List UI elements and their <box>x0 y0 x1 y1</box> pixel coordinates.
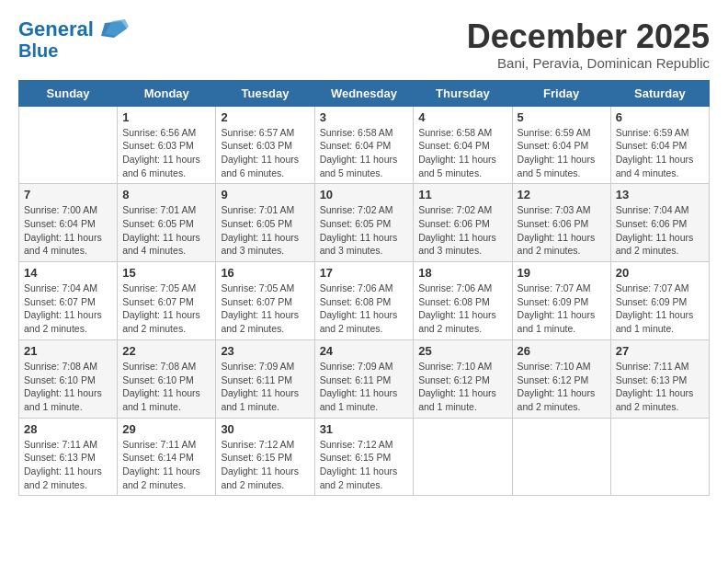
title-block: December 2025 Bani, Peravia, Dominican R… <box>467 18 710 71</box>
day-header-saturday: Saturday <box>610 80 709 106</box>
day-number: 9 <box>221 188 309 201</box>
day-info: Sunrise: 6:58 AMSunset: 6:04 PMDaylight:… <box>418 126 506 180</box>
calendar-cell: 10Sunrise: 7:02 AMSunset: 6:05 PMDayligh… <box>314 184 414 262</box>
calendar-header-row: SundayMondayTuesdayWednesdayThursdayFrid… <box>19 80 710 106</box>
day-info: Sunrise: 7:01 AMSunset: 6:05 PMDaylight:… <box>221 203 309 258</box>
logo-icon <box>96 19 129 40</box>
day-info: Sunrise: 7:03 AMSunset: 6:06 PMDaylight:… <box>518 203 606 258</box>
calendar-cell: 8Sunrise: 7:01 AMSunset: 6:05 PMDaylight… <box>118 184 216 262</box>
day-header-friday: Friday <box>512 80 610 106</box>
day-number: 21 <box>24 344 112 358</box>
day-number: 13 <box>616 188 704 201</box>
calendar-week-3: 14Sunrise: 7:04 AMSunset: 6:07 PMDayligh… <box>19 262 710 340</box>
calendar-cell: 4Sunrise: 6:58 AMSunset: 6:04 PMDaylight… <box>414 106 512 184</box>
day-number: 4 <box>418 110 506 124</box>
calendar-cell: 5Sunrise: 6:59 AMSunset: 6:04 PMDaylight… <box>512 106 610 184</box>
day-info: Sunrise: 7:12 AMSunset: 6:15 PMDaylight:… <box>221 438 309 492</box>
calendar-cell: 14Sunrise: 7:04 AMSunset: 6:07 PMDayligh… <box>19 262 118 340</box>
day-number: 31 <box>320 422 409 436</box>
calendar-cell: 2Sunrise: 6:57 AMSunset: 6:03 PMDaylight… <box>216 106 314 184</box>
day-header-monday: Monday <box>118 80 216 106</box>
day-number: 6 <box>616 110 704 124</box>
calendar-cell <box>610 418 709 496</box>
day-number: 11 <box>418 188 506 201</box>
day-header-sunday: Sunday <box>19 80 118 106</box>
day-number: 2 <box>221 110 309 124</box>
day-info: Sunrise: 7:04 AMSunset: 6:06 PMDaylight:… <box>616 203 704 258</box>
day-info: Sunrise: 6:59 AMSunset: 6:04 PMDaylight:… <box>616 126 704 180</box>
calendar-cell: 26Sunrise: 7:10 AMSunset: 6:12 PMDayligh… <box>512 339 610 418</box>
calendar-cell: 20Sunrise: 7:07 AMSunset: 6:09 PMDayligh… <box>610 262 709 340</box>
calendar-cell: 3Sunrise: 6:58 AMSunset: 6:04 PMDaylight… <box>314 106 414 184</box>
day-info: Sunrise: 7:02 AMSunset: 6:06 PMDaylight:… <box>418 203 506 258</box>
day-info: Sunrise: 7:09 AMSunset: 6:11 PMDaylight:… <box>221 360 309 414</box>
day-header-wednesday: Wednesday <box>314 80 414 106</box>
day-info: Sunrise: 7:01 AMSunset: 6:05 PMDaylight:… <box>122 203 210 258</box>
day-number: 10 <box>320 188 409 201</box>
calendar-cell: 11Sunrise: 7:02 AMSunset: 6:06 PMDayligh… <box>414 184 512 262</box>
calendar-cell: 9Sunrise: 7:01 AMSunset: 6:05 PMDaylight… <box>216 184 314 262</box>
logo-blue: Blue <box>18 40 58 61</box>
calendar-cell: 27Sunrise: 7:11 AMSunset: 6:13 PMDayligh… <box>610 339 709 418</box>
day-number: 30 <box>221 422 309 436</box>
calendar-week-5: 28Sunrise: 7:11 AMSunset: 6:13 PMDayligh… <box>19 418 710 496</box>
day-info: Sunrise: 7:05 AMSunset: 6:07 PMDaylight:… <box>122 282 210 336</box>
calendar-cell: 17Sunrise: 7:06 AMSunset: 6:08 PMDayligh… <box>314 262 414 340</box>
day-number: 23 <box>221 344 309 358</box>
day-number: 15 <box>122 266 210 280</box>
day-info: Sunrise: 7:06 AMSunset: 6:08 PMDaylight:… <box>418 282 506 336</box>
day-info: Sunrise: 6:57 AMSunset: 6:03 PMDaylight:… <box>221 126 309 180</box>
calendar-cell: 21Sunrise: 7:08 AMSunset: 6:10 PMDayligh… <box>19 339 118 418</box>
calendar-cell: 22Sunrise: 7:08 AMSunset: 6:10 PMDayligh… <box>118 339 216 418</box>
day-number: 17 <box>320 266 409 280</box>
logo-text: General <box>18 18 94 40</box>
calendar-cell: 12Sunrise: 7:03 AMSunset: 6:06 PMDayligh… <box>512 184 610 262</box>
day-number: 27 <box>616 344 704 358</box>
day-info: Sunrise: 7:10 AMSunset: 6:12 PMDaylight:… <box>518 360 606 414</box>
day-number: 3 <box>320 110 409 124</box>
day-info: Sunrise: 7:12 AMSunset: 6:15 PMDaylight:… <box>320 438 409 492</box>
calendar-cell: 28Sunrise: 7:11 AMSunset: 6:13 PMDayligh… <box>19 418 118 496</box>
day-header-thursday: Thursday <box>414 80 512 106</box>
day-number: 24 <box>320 344 409 358</box>
day-info: Sunrise: 7:09 AMSunset: 6:11 PMDaylight:… <box>320 360 409 414</box>
day-number: 19 <box>518 266 606 280</box>
calendar-cell: 23Sunrise: 7:09 AMSunset: 6:11 PMDayligh… <box>216 339 314 418</box>
day-info: Sunrise: 7:07 AMSunset: 6:09 PMDaylight:… <box>518 282 606 336</box>
day-info: Sunrise: 7:06 AMSunset: 6:08 PMDaylight:… <box>320 282 409 336</box>
calendar-cell: 7Sunrise: 7:00 AMSunset: 6:04 PMDaylight… <box>19 184 118 262</box>
month-title: December 2025 <box>467 18 710 55</box>
day-number: 18 <box>418 266 506 280</box>
day-number: 20 <box>616 266 704 280</box>
day-number: 22 <box>122 344 210 358</box>
day-number: 29 <box>122 422 210 436</box>
day-number: 25 <box>418 344 506 358</box>
day-info: Sunrise: 7:02 AMSunset: 6:05 PMDaylight:… <box>320 203 409 258</box>
day-info: Sunrise: 7:07 AMSunset: 6:09 PMDaylight:… <box>616 282 704 336</box>
calendar-cell: 18Sunrise: 7:06 AMSunset: 6:08 PMDayligh… <box>414 262 512 340</box>
day-number: 28 <box>24 422 112 436</box>
calendar-cell: 16Sunrise: 7:05 AMSunset: 6:07 PMDayligh… <box>216 262 314 340</box>
day-number: 26 <box>518 344 606 358</box>
calendar-week-2: 7Sunrise: 7:00 AMSunset: 6:04 PMDaylight… <box>19 184 710 262</box>
day-header-tuesday: Tuesday <box>216 80 314 106</box>
day-info: Sunrise: 7:00 AMSunset: 6:04 PMDaylight:… <box>24 203 112 258</box>
day-number: 14 <box>24 266 112 280</box>
calendar-table: SundayMondayTuesdayWednesdayThursdayFrid… <box>18 80 710 497</box>
calendar-body: 1Sunrise: 6:56 AMSunset: 6:03 PMDaylight… <box>19 106 710 496</box>
day-info: Sunrise: 7:05 AMSunset: 6:07 PMDaylight:… <box>221 282 309 336</box>
day-info: Sunrise: 7:08 AMSunset: 6:10 PMDaylight:… <box>122 360 210 414</box>
day-number: 5 <box>518 110 606 124</box>
calendar-cell <box>19 106 118 184</box>
day-number: 8 <box>122 188 210 201</box>
calendar-cell: 13Sunrise: 7:04 AMSunset: 6:06 PMDayligh… <box>610 184 709 262</box>
day-number: 12 <box>518 188 606 201</box>
day-number: 7 <box>24 188 112 201</box>
calendar-cell: 30Sunrise: 7:12 AMSunset: 6:15 PMDayligh… <box>216 418 314 496</box>
calendar-cell: 29Sunrise: 7:11 AMSunset: 6:14 PMDayligh… <box>118 418 216 496</box>
page-header: General Blue December 2025 Bani, Peravia… <box>18 18 710 71</box>
day-info: Sunrise: 7:11 AMSunset: 6:14 PMDaylight:… <box>122 438 210 492</box>
day-info: Sunrise: 6:59 AMSunset: 6:04 PMDaylight:… <box>518 126 606 180</box>
calendar-cell: 31Sunrise: 7:12 AMSunset: 6:15 PMDayligh… <box>314 418 414 496</box>
calendar-cell: 1Sunrise: 6:56 AMSunset: 6:03 PMDaylight… <box>118 106 216 184</box>
